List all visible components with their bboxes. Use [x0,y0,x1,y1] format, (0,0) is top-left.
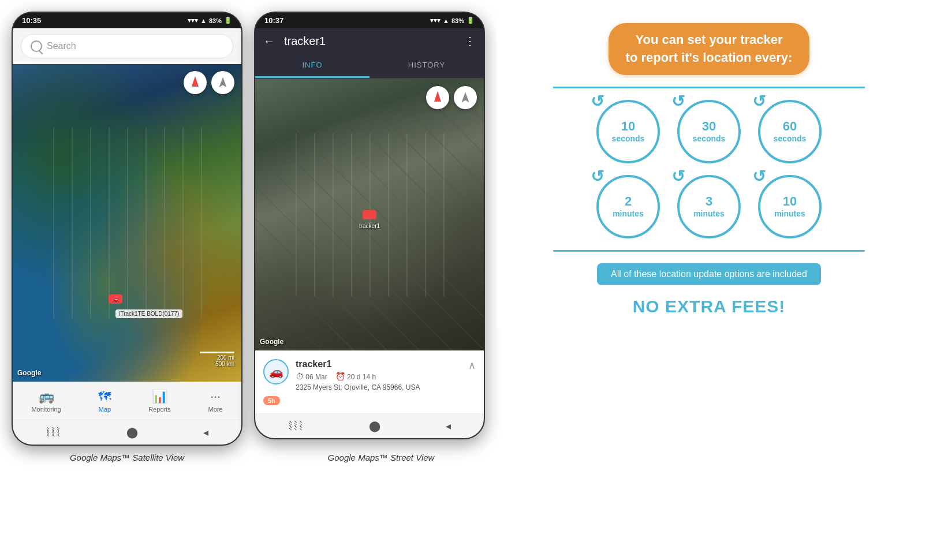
circle-10m-unit: minutes [774,209,805,219]
tracker-details: tracker1 ⏱ 06 Mar ⏰ 20 d 14 h 2325 Myers… [296,359,461,391]
phone2-time: 10:37 [264,16,283,25]
back-btn[interactable]: ◂ [203,426,208,439]
circle-10s-number: 10 [621,119,635,134]
circle-3m-number: 3 [706,194,712,209]
circle-2m-number: 2 [625,194,632,209]
tracker-info-header: 🚗 tracker1 ⏱ 06 Mar ⏰ 20 d 14 h [263,359,476,391]
satellite-map[interactable]: 🚗 iTrack1TE BOLD(0177) Google 200 mi 500… [13,64,241,382]
circle-60s-unit: seconds [774,134,807,144]
compass-button[interactable] [184,71,207,94]
phone1-gesture-bar: ⦚⦚⦚ ⬤ ◂ [13,420,241,445]
battery-icon: 🔋 [224,17,232,24]
battery-level-2: 83% [451,17,464,24]
tracker-name: tracker1 [296,359,461,369]
car-marker-2 [363,210,376,219]
recent-apps-btn[interactable]: ⦚⦚⦚ [46,426,61,439]
circle-60s: 60 seconds [758,100,822,163]
circle-10s: 10 seconds [596,100,660,163]
divider-line-top [553,87,865,88]
search-placeholder: Search [47,41,76,51]
wifi-icon-2: ▲ [443,17,449,24]
nav-more[interactable]: ··· More [199,387,232,415]
phone1-bottom-nav: 🚌 Monitoring 🗺 Map 📊 Reports ··· More [13,382,241,420]
phone2-header: ← tracker1 ⋮ [255,28,484,54]
tracker1-map-label: tracker1 [359,223,380,229]
phone1-mockup: 10:35 ▾▾▾ ▲ 83% 🔋 Search [12,12,242,446]
expand-arrow-icon[interactable]: ∧ [468,359,476,372]
car-marker-1: 🚗 [109,294,122,304]
nav-map[interactable]: 🗺 Map [89,387,120,415]
circle-30s: 30 seconds [677,100,741,163]
compass-arrow-icon [192,76,199,87]
scale-200mi: 200 mi [217,354,234,361]
tracker-address: 2325 Myers St, Oroville, CA 95966, USA [296,383,461,391]
phone1-search-input[interactable]: Search [21,34,233,58]
monitoring-label: Monitoring [31,406,61,413]
street-compass-arrow-icon [434,91,441,102]
circle-10m-number: 10 [783,194,797,209]
more-label: More [208,406,223,413]
tracker-label-1: iTrack1TE BOLD(0177) [115,309,182,318]
caption-phone1: Google Maps™ Satellite View [12,453,242,462]
tracker-duration: ⏰ 20 d 14 h [335,372,376,381]
circle-2m-unit: minutes [613,209,644,219]
navigation-button[interactable] [211,71,234,94]
scale-500km: 500 km [215,361,234,367]
circle-2m: 2 minutes [596,175,660,238]
circle-10s-unit: seconds [612,134,645,144]
google-watermark-2: Google [260,338,283,346]
tracker-icon: 🚗 [269,365,283,379]
reports-label: Reports [148,406,171,413]
map-overlay [13,64,241,382]
circle-30s-unit: seconds [693,134,726,144]
phone2-title: tracker1 [284,35,455,48]
phone2-status-bar: 10:37 ▾▾▾ ▲ 83% 🔋 [255,13,484,28]
battery-level: 83% [209,17,222,24]
home-btn[interactable]: ⬤ [126,426,138,439]
caption-phone2: Google Maps™ Street View [266,453,497,462]
google-watermark-1: Google [17,369,41,377]
circle-10m: 10 minutes [758,175,822,238]
time-badge: 5h [263,396,280,405]
nav-reports[interactable]: 📊 Reports [139,387,180,415]
battery-icon-2: 🔋 [466,17,475,24]
home-btn-2[interactable]: ⬤ [369,420,380,432]
tracker-avatar: 🚗 [263,359,289,384]
info-title-line2: to report it's location every: [626,50,793,65]
phone1-status-icons: ▾▾▾ ▲ 83% 🔋 [188,17,232,24]
phone1-time: 10:35 [22,16,41,25]
tracker-info-panel: 🚗 tracker1 ⏱ 06 Mar ⏰ 20 d 14 h [255,350,484,413]
map-icon: 🗺 [98,389,111,404]
tracker-meta: ⏱ 06 Mar ⏰ 20 d 14 h [296,372,461,381]
timer-icon: ⏰ [335,372,345,381]
phone2-status-icons: ▾▾▾ ▲ 83% 🔋 [430,17,475,24]
info-title-banner: You can set your tracker to report it's … [609,23,810,75]
circles-row-top: 10 seconds 30 seconds 60 seconds [596,100,822,163]
phone2-tabs: INFO HISTORY [255,54,484,79]
scale-bar [200,352,234,353]
back-button[interactable]: ← [263,35,275,48]
more-options-button[interactable]: ⋮ [464,34,476,48]
main-container: 10:35 ▾▾▾ ▲ 83% 🔋 Search [12,12,921,446]
no-fees-text: NO EXTRA FEES! [633,297,786,316]
signal-icon: ▾▾▾ [188,17,198,24]
monitoring-icon: 🚌 [39,389,54,404]
included-banner: All of these location update options are… [597,263,821,285]
tab-history[interactable]: HISTORY [370,54,484,78]
back-btn-2[interactable]: ◂ [446,420,451,432]
nav-monitoring[interactable]: 🚌 Monitoring [22,387,70,415]
phone1-search-bar: Search [13,28,241,64]
tracker-date: ⏱ 06 Mar [296,372,327,381]
phone2-gesture-bar: ⦚⦚⦚ ⬤ ◂ [255,413,484,438]
divider-line-bottom [553,250,865,252]
phone1-status-bar: 10:35 ▾▾▾ ▲ 83% 🔋 [13,13,241,28]
included-text: All of these location update options are… [611,269,807,279]
infographic-panel: You can set your tracker to report it's … [497,12,921,328]
street-map[interactable]: tracker1 Google [255,79,484,350]
search-icon [31,40,42,52]
street-compass[interactable] [426,86,449,109]
street-nav-button[interactable] [454,86,477,109]
signal-icon-2: ▾▾▾ [430,17,441,24]
recent-apps-btn-2[interactable]: ⦚⦚⦚ [288,420,304,432]
tab-info[interactable]: INFO [255,54,370,78]
